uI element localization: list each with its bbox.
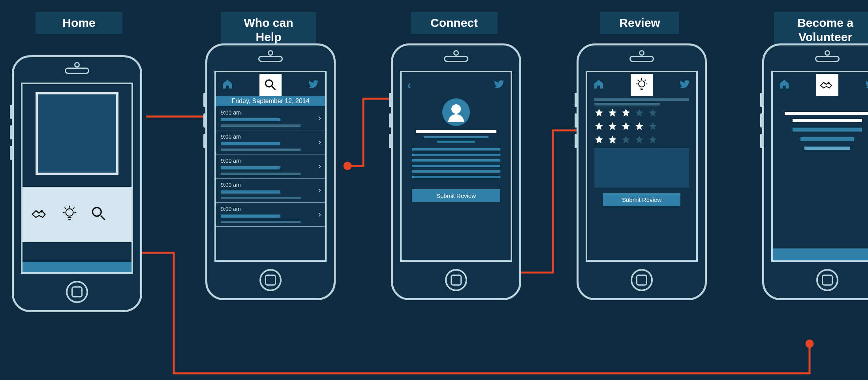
profile-avatar xyxy=(442,98,470,126)
twitter-icon[interactable] xyxy=(308,78,319,92)
star-icon[interactable] xyxy=(608,135,617,144)
chevron-right-icon: › xyxy=(318,161,321,171)
submit-review-button[interactable]: Submit Review xyxy=(412,189,500,202)
svg-point-3 xyxy=(344,163,351,169)
slot-bar xyxy=(221,118,280,121)
slot-time: 9:00 am xyxy=(221,182,320,188)
home-icon[interactable] xyxy=(222,78,233,92)
slot-bar xyxy=(221,190,280,194)
twitter-icon[interactable] xyxy=(679,78,691,92)
lightbulb-icon[interactable] xyxy=(631,74,653,96)
svg-point-7 xyxy=(266,80,273,87)
slot-time: 9:00 am xyxy=(221,134,320,140)
twitter-icon[interactable] xyxy=(493,78,505,92)
schedule-slot[interactable]: 9:00 am › xyxy=(216,179,325,203)
slot-bar-sub xyxy=(221,197,301,199)
slot-time: 9:00 am xyxy=(221,206,320,212)
star-icon[interactable] xyxy=(648,108,658,117)
chevron-right-icon: › xyxy=(318,113,321,123)
review-text-box[interactable] xyxy=(594,148,689,188)
slot-bar xyxy=(221,142,280,145)
star-icon[interactable] xyxy=(648,135,658,144)
profile-name-line xyxy=(416,130,496,133)
handshake-icon[interactable] xyxy=(30,204,50,225)
chevron-left-icon[interactable]: ‹ xyxy=(407,78,411,92)
date-header: Friday, September 12, 2014 xyxy=(216,96,325,106)
rating-row[interactable] xyxy=(594,135,689,144)
star-icon[interactable] xyxy=(648,121,658,131)
home-icon[interactable] xyxy=(778,78,790,92)
slot-bar-sub xyxy=(221,124,301,127)
star-icon[interactable] xyxy=(594,108,604,117)
star-icon[interactable] xyxy=(594,135,604,144)
home-hero-image xyxy=(36,92,118,175)
star-icon[interactable] xyxy=(621,108,631,117)
phone-home-button[interactable] xyxy=(445,269,467,291)
lightbulb-icon[interactable] xyxy=(60,204,79,225)
twitter-icon[interactable] xyxy=(864,78,868,92)
review-header-line-short xyxy=(594,103,660,105)
rating-row[interactable] xyxy=(594,121,689,131)
phone-home-button[interactable] xyxy=(259,269,282,291)
star-icon[interactable] xyxy=(594,121,604,131)
screen-volunteer xyxy=(771,71,868,262)
schedule-slot[interactable]: 9:00 am › xyxy=(216,154,325,179)
slot-time: 9:00 am xyxy=(221,158,320,164)
star-icon[interactable] xyxy=(621,121,631,131)
svg-point-6 xyxy=(92,207,101,216)
screen-connect: ‹ Submit Review xyxy=(400,71,512,262)
submit-review-button[interactable]: Submit Review xyxy=(603,193,680,206)
home-icon[interactable] xyxy=(593,78,605,92)
profile-sub-line-2 xyxy=(437,141,475,143)
schedule-slot[interactable]: 9:00 am › xyxy=(216,203,325,227)
chevron-right-icon: › xyxy=(318,185,321,196)
slot-bar-sub xyxy=(221,149,301,151)
screen-home xyxy=(21,83,133,274)
slot-bar xyxy=(221,214,280,218)
home-action-panel xyxy=(23,187,132,242)
svg-point-8 xyxy=(639,81,645,87)
handshake-icon[interactable] xyxy=(816,74,838,96)
volunteer-content xyxy=(773,112,868,150)
slot-bar-sub xyxy=(221,173,301,175)
schedule-slot[interactable]: 9:00 am › xyxy=(216,106,325,130)
rating-row[interactable] xyxy=(594,108,689,117)
profile-description xyxy=(402,148,511,178)
star-icon[interactable] xyxy=(635,135,644,144)
phone-review: Submit Review xyxy=(577,43,707,300)
slot-bar-sub xyxy=(221,221,301,223)
slot-time: 9:00 am xyxy=(221,109,320,116)
phone-home-button[interactable] xyxy=(631,269,653,291)
phone-home xyxy=(12,55,142,312)
chevron-right-icon: › xyxy=(318,209,321,220)
phone-volunteer xyxy=(762,43,868,300)
phone-connect: ‹ Submit Review xyxy=(391,43,521,300)
home-footer-bar xyxy=(23,262,132,272)
star-icon[interactable] xyxy=(635,108,644,117)
phone-home-button[interactable] xyxy=(816,269,838,291)
schedule-slot[interactable]: 9:00 am › xyxy=(216,130,325,154)
review-header-line xyxy=(594,98,689,101)
phone-who: Friday, September 12, 2014 9:00 am ›9:00… xyxy=(205,43,336,300)
star-icon[interactable] xyxy=(608,121,617,131)
slot-bar xyxy=(221,166,280,169)
profile-sub-line xyxy=(424,136,488,138)
screen-who: Friday, September 12, 2014 9:00 am ›9:00… xyxy=(214,71,327,262)
search-icon[interactable] xyxy=(89,204,109,225)
svg-point-1 xyxy=(806,340,813,347)
star-icon[interactable] xyxy=(608,108,617,117)
star-icon[interactable] xyxy=(621,135,631,144)
svg-point-5 xyxy=(66,209,73,216)
volunteer-footer-bar xyxy=(773,248,868,260)
ratings-block xyxy=(594,108,689,144)
phone-home-button[interactable] xyxy=(66,281,88,303)
search-icon[interactable] xyxy=(259,74,282,96)
chevron-right-icon: › xyxy=(318,137,321,147)
screen-review: Submit Review xyxy=(586,71,698,262)
star-icon[interactable] xyxy=(635,121,644,131)
